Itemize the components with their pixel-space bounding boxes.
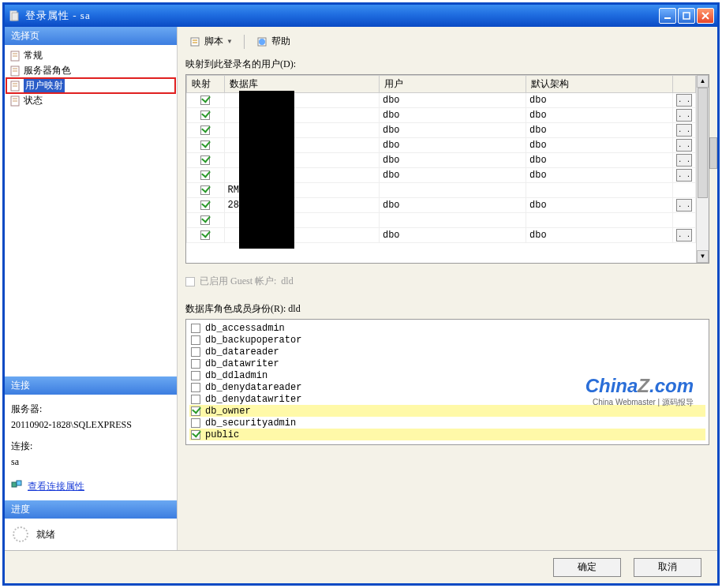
- col-map[interactable]: 映射: [187, 76, 225, 93]
- browse-button[interactable]: . .: [676, 229, 692, 242]
- titlebar: 登录属性 - sa: [5, 5, 717, 27]
- schema-cell[interactable]: dbo: [526, 228, 672, 243]
- role-item[interactable]: db_denydatawriter: [189, 393, 705, 405]
- map-checkbox[interactable]: [200, 110, 210, 120]
- schema-cell[interactable]: dbo: [526, 153, 672, 168]
- schema-cell[interactable]: dbo: [526, 108, 672, 123]
- view-connection-props-link[interactable]: 查看连接属性: [28, 481, 84, 492]
- sidebar-item-user-mapping[interactable]: 用户映射: [6, 78, 175, 93]
- role-name: db_denydatawriter: [205, 394, 301, 405]
- role-item[interactable]: db_datawriter: [189, 358, 705, 369]
- footer: 确定 取消: [5, 550, 717, 583]
- role-checkbox[interactable]: [191, 347, 200, 357]
- guest-value: dld: [281, 275, 293, 287]
- role-name: db_accessadmin: [205, 323, 285, 334]
- schema-cell[interactable]: dbo: [526, 168, 672, 183]
- help-icon: [256, 36, 268, 48]
- role-item[interactable]: db_owner: [189, 405, 705, 417]
- server-value: 20110902-1828\SQLEXPRESS: [11, 417, 170, 433]
- browse-button[interactable]: . .: [676, 109, 692, 122]
- role-item[interactable]: db_denydatareader: [189, 381, 705, 393]
- role-checkbox[interactable]: [191, 371, 200, 380]
- close-button[interactable]: [697, 8, 714, 24]
- sidebar-item-label: 常规: [24, 49, 43, 62]
- scroll-up-icon[interactable]: ▲: [697, 75, 709, 88]
- schema-cell[interactable]: [526, 183, 672, 198]
- user-cell[interactable]: dbo: [379, 138, 526, 153]
- map-checkbox[interactable]: [200, 230, 210, 240]
- browse-button[interactable]: . .: [676, 169, 692, 182]
- ok-button[interactable]: 确定: [553, 558, 621, 577]
- sidebar-item-label: 用户映射: [24, 79, 65, 92]
- col-schema[interactable]: 默认架构: [526, 76, 672, 93]
- panel-scrollbar-thumb[interactable]: [709, 137, 717, 169]
- browse-button[interactable]: . .: [676, 154, 692, 167]
- role-item[interactable]: db_securityadmin: [189, 417, 705, 429]
- scroll-thumb[interactable]: [698, 88, 708, 198]
- role-checkbox[interactable]: [191, 418, 200, 428]
- schema-cell[interactable]: dbo: [526, 123, 672, 138]
- cancel-button[interactable]: 取消: [634, 558, 701, 577]
- spinner-icon: [13, 526, 28, 542]
- script-button[interactable]: 脚本 ▼: [185, 33, 236, 50]
- browse-button[interactable]: . .: [676, 199, 692, 212]
- map-checkbox[interactable]: [200, 125, 210, 135]
- role-checkbox[interactable]: [191, 335, 200, 345]
- role-item[interactable]: db_backupoperator: [189, 334, 705, 346]
- user-cell[interactable]: dbo: [379, 93, 526, 108]
- sidebar-item-general[interactable]: 常规: [6, 48, 175, 63]
- minimize-button[interactable]: [659, 8, 676, 24]
- map-checkbox[interactable]: [200, 155, 210, 165]
- user-cell[interactable]: dbo: [379, 168, 526, 183]
- role-name: db_datareader: [205, 346, 279, 358]
- schema-cell[interactable]: [526, 213, 672, 228]
- role-item[interactable]: db_datareader: [189, 346, 705, 358]
- sidebar-item-server-roles[interactable]: 服务器角色: [6, 63, 175, 78]
- schema-cell[interactable]: dbo: [526, 198, 672, 213]
- scroll-down-icon[interactable]: ▼: [697, 250, 709, 263]
- schema-cell[interactable]: dbo: [526, 93, 672, 108]
- role-checkbox[interactable]: [191, 324, 200, 333]
- toolbar-separator: [244, 35, 245, 49]
- map-checkbox[interactable]: [200, 200, 210, 210]
- role-checkbox[interactable]: [191, 430, 200, 440]
- role-item[interactable]: db_accessadmin: [189, 322, 705, 334]
- user-cell[interactable]: dbo: [379, 123, 526, 138]
- role-item[interactable]: public: [189, 429, 705, 440]
- user-cell[interactable]: dbo: [379, 153, 526, 168]
- connection-header: 连接: [5, 376, 177, 395]
- role-checkbox[interactable]: [191, 359, 200, 369]
- map-checkbox[interactable]: [200, 96, 210, 105]
- maximize-button[interactable]: [678, 8, 695, 24]
- user-cell[interactable]: dbo: [379, 198, 526, 213]
- user-cell[interactable]: dbo: [379, 108, 526, 123]
- sidebar: 选择页 常规 服务器角色 用户映射 状态: [5, 27, 177, 550]
- map-checkbox[interactable]: [200, 170, 210, 180]
- role-checkbox[interactable]: [191, 395, 200, 404]
- browse-button[interactable]: . .: [676, 94, 692, 107]
- grid-scrollbar[interactable]: ▲ ▼: [696, 75, 709, 263]
- roles-listbox[interactable]: db_accessadmindb_backupoperatordb_datare…: [185, 319, 709, 445]
- role-checkbox[interactable]: [191, 406, 200, 416]
- svg-rect-20: [191, 38, 199, 46]
- page-icon: [9, 96, 21, 107]
- user-cell[interactable]: dbo: [379, 228, 526, 243]
- role-item[interactable]: db_ddladmin: [189, 369, 705, 381]
- role-name: db_backupoperator: [205, 335, 301, 346]
- sidebar-item-label: 服务器角色: [24, 64, 71, 77]
- user-cell[interactable]: [379, 183, 526, 198]
- user-cell[interactable]: [379, 213, 526, 228]
- browse-button[interactable]: . .: [676, 139, 692, 152]
- page-icon: [9, 51, 21, 62]
- col-user[interactable]: 用户: [379, 76, 526, 93]
- app-icon: [8, 9, 21, 22]
- schema-cell[interactable]: dbo: [526, 138, 672, 153]
- role-checkbox[interactable]: [191, 383, 200, 392]
- help-button[interactable]: 帮助: [253, 33, 294, 50]
- map-checkbox[interactable]: [200, 185, 210, 195]
- server-label: 服务器:: [11, 401, 170, 417]
- map-checkbox[interactable]: [200, 215, 210, 225]
- sidebar-item-status[interactable]: 状态: [6, 93, 175, 108]
- browse-button[interactable]: . .: [676, 124, 692, 137]
- map-checkbox[interactable]: [200, 140, 210, 150]
